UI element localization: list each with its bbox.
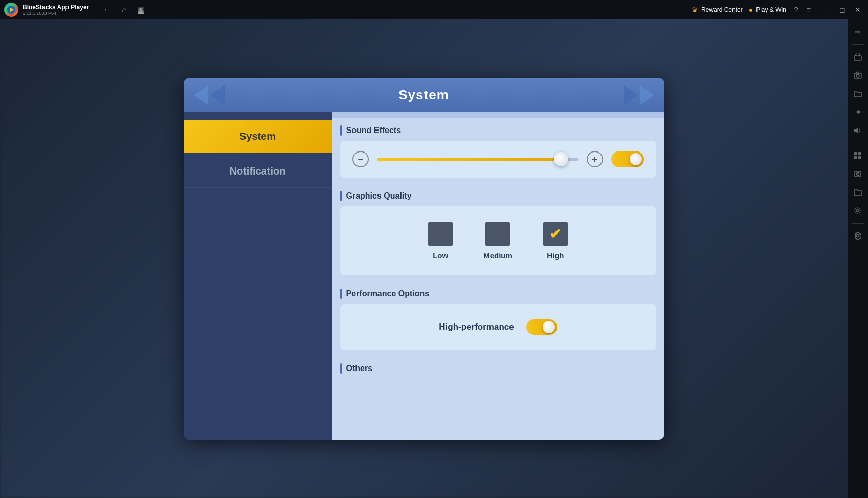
multi-instance-button[interactable]: ▦ bbox=[135, 3, 147, 17]
quality-checkbox-low bbox=[428, 222, 453, 246]
others-title: Others bbox=[346, 364, 373, 373]
window-controls: − ◻ ✕ bbox=[823, 4, 864, 16]
sound-effects-section: Sound Effects − + bbox=[340, 118, 656, 178]
sound-toggle-knob bbox=[630, 153, 642, 165]
svg-point-12 bbox=[857, 210, 859, 212]
graphics-quality-body: Low Medium ✔ High bbox=[340, 206, 656, 275]
high-performance-toggle-knob bbox=[543, 321, 555, 333]
volume-increase-button[interactable]: + bbox=[587, 151, 603, 167]
nav-item-system-label: System bbox=[192, 131, 324, 142]
sidebar-divider2 bbox=[852, 143, 864, 143]
performance-options-title: Performance Options bbox=[346, 289, 430, 298]
quality-option-low[interactable]: Low bbox=[428, 222, 453, 260]
dialog-title: System bbox=[398, 87, 449, 103]
checkmark-icon: ✔ bbox=[549, 226, 561, 243]
svg-marker-5 bbox=[854, 127, 858, 134]
volume-slider-container bbox=[377, 151, 578, 167]
graphics-quality-section: Graphics Quality Low bbox=[340, 184, 656, 275]
graphics-quality-title: Graphics Quality bbox=[346, 191, 412, 201]
minimize-button[interactable]: − bbox=[823, 4, 833, 16]
sidebar-divider3 bbox=[852, 223, 864, 224]
volume-slider-fill bbox=[377, 158, 554, 161]
reward-center-button[interactable]: ♛ Reward Center bbox=[692, 6, 743, 14]
help-icon[interactable]: ? bbox=[792, 5, 800, 15]
others-section: Others bbox=[340, 356, 656, 379]
app-version: 5.11.1.1003 P64 bbox=[23, 11, 89, 16]
sidebar-store-icon[interactable] bbox=[850, 49, 866, 65]
nav-item-notification-label: Notification bbox=[192, 165, 324, 177]
volume-slider-thumb[interactable] bbox=[554, 152, 568, 166]
restore-button[interactable]: ◻ bbox=[836, 4, 849, 16]
content-top-bar bbox=[332, 112, 664, 118]
sidebar-screenshot-icon[interactable] bbox=[850, 166, 866, 182]
system-dialog: System System Notification bbox=[184, 78, 664, 440]
sidebar-camera-icon[interactable] bbox=[850, 67, 866, 83]
app-title: BlueStacks App Player 5.11.1.1003 P64 bbox=[23, 4, 89, 16]
quality-label-low: Low bbox=[433, 251, 448, 260]
dialog-header: System bbox=[184, 78, 664, 112]
sidebar-volume-icon[interactable] bbox=[850, 122, 866, 139]
svg-point-13 bbox=[857, 235, 859, 237]
triangle-right-2 bbox=[640, 85, 654, 105]
topbar-icons: ? ≡ bbox=[792, 5, 813, 15]
sound-effects-row: − + bbox=[352, 151, 644, 167]
performance-options-body: High-performance bbox=[340, 304, 656, 350]
bluestacks-logo bbox=[4, 3, 18, 17]
quality-option-high[interactable]: ✔ High bbox=[543, 222, 568, 260]
performance-row: High-performance bbox=[352, 314, 644, 340]
svg-rect-7 bbox=[858, 152, 861, 155]
sidebar-folder-icon[interactable] bbox=[850, 85, 866, 102]
volume-slider-track bbox=[377, 158, 578, 161]
high-performance-toggle[interactable] bbox=[526, 319, 557, 335]
dialog-content: Sound Effects − + bbox=[332, 112, 664, 440]
section-accent-performance bbox=[340, 289, 342, 299]
sidebar-settings2-icon[interactable] bbox=[850, 228, 866, 244]
quality-option-medium[interactable]: Medium bbox=[483, 222, 513, 260]
graphics-quality-header: Graphics Quality bbox=[340, 184, 656, 206]
svg-rect-10 bbox=[855, 171, 861, 177]
section-accent-others bbox=[340, 363, 342, 374]
home-button[interactable]: ⌂ bbox=[120, 3, 129, 16]
sidebar-folder2-icon[interactable] bbox=[850, 184, 866, 201]
quality-label-medium: Medium bbox=[483, 251, 513, 260]
sound-effects-title: Sound Effects bbox=[346, 126, 402, 135]
right-sidebar: ⇨ bbox=[848, 19, 868, 498]
svg-rect-2 bbox=[854, 56, 861, 60]
app-name: BlueStacks App Player bbox=[23, 4, 89, 11]
triangle-right-1 bbox=[624, 85, 638, 105]
topbar: BlueStacks App Player 5.11.1.1003 P64 ← … bbox=[0, 0, 868, 19]
topbar-left: BlueStacks App Player 5.11.1.1003 P64 ← … bbox=[4, 3, 147, 17]
topbar-nav: ← ⌂ ▦ bbox=[101, 3, 147, 17]
nav-item-system[interactable]: System bbox=[184, 120, 332, 153]
sidebar-grid-icon[interactable] bbox=[850, 147, 866, 164]
nav-item-notification[interactable]: Notification bbox=[184, 155, 332, 188]
quality-label-high: High bbox=[547, 251, 564, 260]
dialog-nav: System Notification bbox=[184, 112, 332, 440]
dialog-body: System Notification Sound Effects bbox=[184, 112, 664, 440]
topbar-right: ♛ Reward Center ● Play & Win ? ≡ − ◻ ✕ bbox=[692, 4, 864, 16]
close-button[interactable]: ✕ bbox=[852, 4, 864, 16]
quality-checkbox-medium bbox=[485, 222, 510, 246]
svg-point-11 bbox=[857, 173, 859, 176]
crown-icon: ♛ bbox=[692, 6, 698, 14]
sidebar-expand-icon[interactable]: ⇨ bbox=[850, 24, 866, 40]
performance-options-section: Performance Options High-performance bbox=[340, 282, 656, 350]
volume-decrease-button[interactable]: − bbox=[352, 151, 369, 167]
section-accent-graphics bbox=[340, 191, 342, 201]
play-win-button[interactable]: ● Play & Win bbox=[749, 6, 786, 14]
section-accent-sound bbox=[340, 125, 342, 136]
sound-effects-header: Sound Effects bbox=[340, 118, 656, 141]
sound-toggle[interactable] bbox=[611, 151, 644, 167]
header-triangles-left bbox=[194, 85, 225, 105]
sidebar-airplane-icon[interactable] bbox=[850, 104, 866, 120]
menu-icon[interactable]: ≡ bbox=[805, 5, 813, 15]
performance-options-header: Performance Options bbox=[340, 282, 656, 304]
back-button[interactable]: ← bbox=[101, 3, 114, 16]
svg-rect-8 bbox=[854, 156, 857, 159]
quality-checkbox-high: ✔ bbox=[543, 222, 568, 246]
others-header: Others bbox=[340, 356, 656, 379]
sidebar-divider bbox=[852, 44, 864, 45]
svg-point-4 bbox=[856, 74, 859, 77]
play-win-label: Play & Win bbox=[756, 6, 786, 13]
sidebar-settings-icon[interactable] bbox=[850, 203, 866, 219]
